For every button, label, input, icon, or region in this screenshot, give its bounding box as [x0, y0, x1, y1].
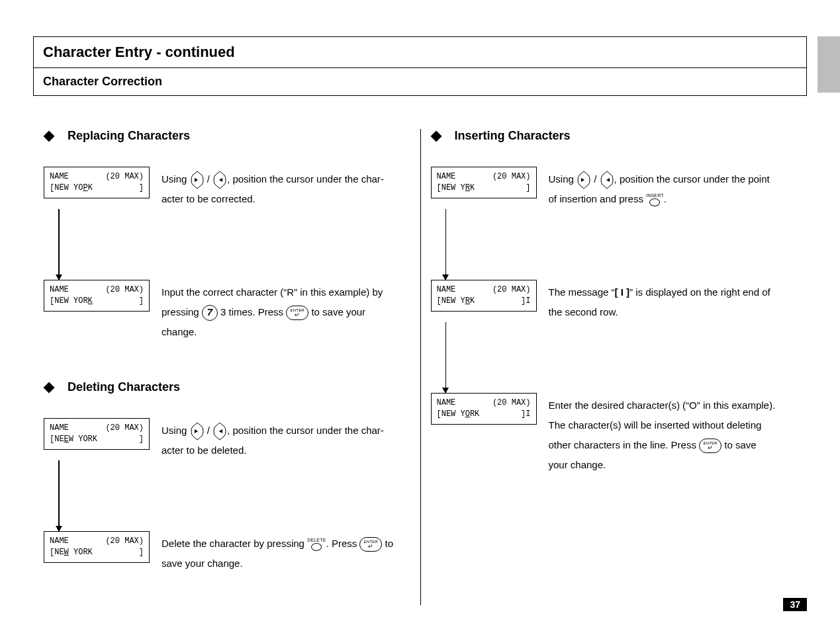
page-number: 37 — [783, 598, 807, 611]
right-column: Inserting Characters NAME (20 MAX) [NEW … — [420, 129, 808, 612]
bullet-icon — [44, 130, 55, 142]
lcd-line1-left: NAME — [50, 423, 69, 434]
lcd-display: NAME (20 MAX) [NEW YORK ] — [44, 280, 150, 312]
flow-arrow — [443, 322, 449, 393]
enter-button-icon: ENTER↵ — [286, 306, 308, 320]
deleting-section: Deleting Characters NAME (20 MAX) [NEEW … — [44, 380, 410, 573]
flow-arrow — [56, 460, 62, 531]
nav-right-icon — [212, 171, 227, 189]
header-box: Character Entry - continued Character Co… — [33, 36, 807, 96]
delete-button-icon: DELETE — [307, 538, 326, 552]
replacing-step-2: NAME (20 MAX) [NEW YORK ] Input the corr… — [44, 280, 410, 342]
keypad-7-icon: 7 — [202, 305, 218, 321]
lcd-display: NAME (20 MAX) [NEW YORK ]I — [431, 393, 537, 425]
heading-text: Inserting Characters — [455, 129, 571, 143]
flow-arrow — [56, 209, 62, 280]
lcd-display: NAME (20 MAX) [NEW YOPK ] — [44, 167, 150, 198]
lcd-line2-left: [NEW YOPK — [50, 183, 93, 194]
enter-button-icon: ENTER↵ — [699, 439, 722, 453]
replacing-heading: Replacing Characters — [44, 129, 410, 143]
lcd-line2-left: [NEW YORK — [50, 547, 93, 558]
lcd-line2-right: ] — [139, 296, 144, 307]
lcd-line2-left: [NEEW YORK — [50, 434, 97, 445]
lcd-display: NAME (20 MAX) [NEW YRK ]I — [431, 280, 537, 312]
lcd-line2-left: [NEW YORK — [50, 296, 93, 307]
step-description: Using / , position the cursor under the … — [150, 167, 410, 209]
inserting-heading: Inserting Characters — [431, 129, 797, 143]
nav-left-icon — [577, 171, 591, 189]
deleting-heading: Deleting Characters — [44, 380, 410, 394]
left-column: Replacing Characters NAME (20 MAX) [NEW … — [33, 129, 420, 612]
lcd-line1-left: NAME — [50, 536, 69, 547]
lcd-line1-right: (20 MAX) — [105, 423, 144, 434]
bullet-icon — [430, 130, 442, 142]
lcd-display: NAME (20 MAX) [NEW YORK ] — [44, 531, 150, 563]
lcd-line1-left: NAME — [437, 171, 456, 183]
nav-left-icon — [190, 422, 205, 441]
flow-arrow — [443, 209, 449, 280]
section-title: Character Correction — [34, 68, 806, 95]
lcd-line1-left: NAME — [50, 284, 69, 296]
step-description: The message “[ I ]” is displayed on the … — [537, 280, 797, 322]
step-description: Delete the character by pressing DELETE.… — [150, 531, 410, 573]
lcd-line2-left: [NEW YORK — [437, 409, 480, 420]
inserting-step-2: NAME (20 MAX) [NEW YRK ]I The message “[… — [431, 280, 797, 322]
lcd-display: NAME (20 MAX) [NEEW YORK ] — [44, 418, 150, 450]
lcd-line1-right: (20 MAX) — [492, 171, 531, 183]
lcd-line1-left: NAME — [50, 171, 69, 183]
replacing-section: Replacing Characters NAME (20 MAX) [NEW … — [44, 129, 410, 342]
lcd-line1-right: (20 MAX) — [105, 536, 144, 547]
step-description: Input the correct character (“R” in this… — [150, 280, 410, 342]
bullet-icon — [44, 382, 55, 393]
replacing-step-1: NAME (20 MAX) [NEW YOPK ] Using / , posi… — [44, 167, 410, 209]
inserting-section: Inserting Characters NAME (20 MAX) [NEW … — [431, 129, 797, 475]
lcd-line2-left: [NEW YRK — [437, 296, 475, 307]
nav-left-icon — [190, 171, 205, 189]
page-tab — [817, 36, 840, 93]
nav-right-icon — [212, 422, 227, 441]
lcd-line2-right: ] — [139, 434, 144, 445]
lcd-line2-right: ] — [526, 183, 530, 194]
lcd-line1-left: NAME — [437, 284, 456, 296]
heading-text: Replacing Characters — [68, 129, 190, 143]
lcd-line2-right: ] — [139, 183, 144, 194]
inserting-step-3: NAME (20 MAX) [NEW YORK ]I Enter the des… — [431, 393, 797, 475]
inserting-step-1: NAME (20 MAX) [NEW YRK ] Using / , posit… — [431, 167, 797, 209]
lcd-line1-right: (20 MAX) — [105, 171, 144, 183]
lcd-display: NAME (20 MAX) [NEW YRK ] — [431, 167, 537, 198]
page-title: Character Entry - continued — [34, 37, 806, 68]
insert-button-icon: INSERT — [646, 193, 664, 207]
lcd-line2-left: [NEW YRK — [437, 183, 475, 194]
step-description: Enter the desired character(s) (“O” in t… — [537, 393, 797, 475]
enter-button-icon: ENTER↵ — [359, 537, 382, 552]
lcd-line2-right: ] — [139, 547, 144, 558]
lcd-line1-right: (20 MAX) — [492, 398, 531, 409]
lcd-line1-right: (20 MAX) — [492, 284, 531, 296]
deleting-step-1: NAME (20 MAX) [NEEW YORK ] Using / , pos… — [44, 418, 410, 460]
column-divider — [420, 129, 421, 605]
step-description: Using / , position the cursor under the … — [150, 418, 410, 460]
deleting-step-2: NAME (20 MAX) [NEW YORK ] Delete the cha… — [44, 531, 410, 573]
lcd-line1-left: NAME — [437, 398, 456, 409]
lcd-line2-right: ]I — [521, 296, 530, 307]
lcd-line2-right: ]I — [521, 409, 530, 420]
lcd-line1-right: (20 MAX) — [105, 284, 144, 296]
heading-text: Deleting Characters — [68, 380, 180, 394]
nav-right-icon — [600, 171, 614, 189]
step-description: Using / , position the cursor under the … — [537, 167, 797, 209]
